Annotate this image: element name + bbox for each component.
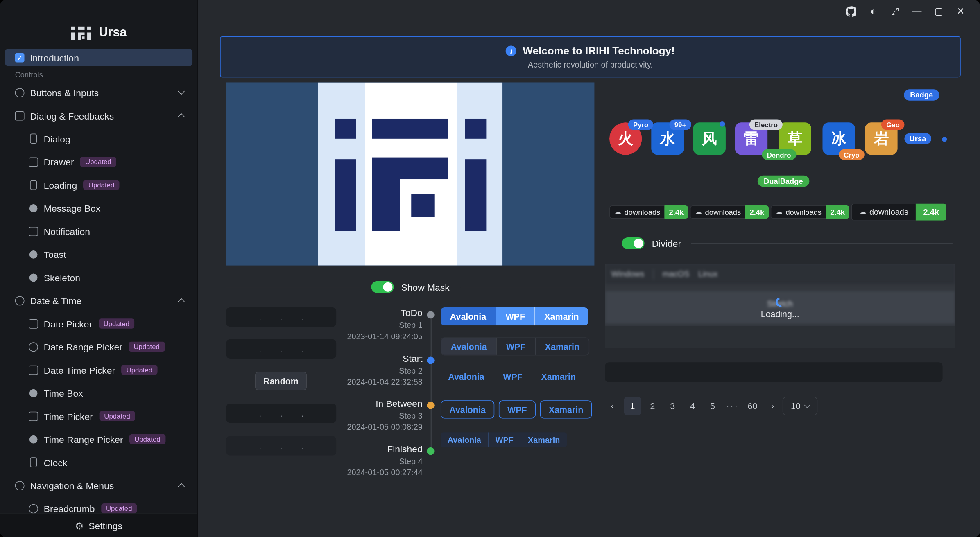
sidebar-item-drawer[interactable]: Drawer Updated [5,153,192,171]
dot-badge [720,121,725,127]
button-group-solid: Avalonia WPF Xamarin [441,307,588,325]
button-group-dark: Avalonia WPF Xamarin [441,337,590,355]
date-input[interactable]: . . . [226,404,336,423]
sidebar-item-introduction[interactable]: ✓ Introduction [5,49,192,66]
gear-icon: ⚙ [75,520,84,531]
cloud-download-icon: ☁ [776,208,783,216]
divider-label: Divider [652,238,681,248]
geo-badge: Geo [881,120,905,130]
wpf-button[interactable]: WPF [503,368,522,386]
sidebar-item-skeleton[interactable]: Skeleton [5,268,192,286]
sidebar-item-toast[interactable]: Toast [5,246,192,263]
wpf-button[interactable]: WPF [488,432,521,447]
info-icon: i [506,45,516,56]
next-page-button[interactable]: › [764,397,781,415]
settings-button[interactable]: ⚙ Settings [0,514,197,537]
tile-anemo: 风 [693,122,726,155]
date-input[interactable]: . . . [226,436,336,455]
electro-badge: Electro [749,120,783,130]
sidebar-item-dialog-feedbacks[interactable]: Dialog & Feedbacks [5,107,192,124]
close-button[interactable]: ✕ [955,5,966,18]
avalonia-button[interactable]: Avalonia [441,400,494,418]
irihi-logo-image [226,82,594,265]
sidebar-item-date-time[interactable]: Date & Time [5,292,192,309]
toast-icon [29,250,38,258]
sidebar-item-clock[interactable]: Clock [5,454,192,471]
sidebar-item-date-time-picker[interactable]: Date Time Picker Updated [5,361,192,379]
fullscreen-icon[interactable]: ⤢ [889,5,901,18]
page-size-select[interactable]: 10 [783,397,817,415]
date-time-icon [15,296,25,305]
downloads-badge: ☁downloads 2.4k [609,205,688,219]
cloud-download-icon: ☁ [695,208,702,216]
maximize-button[interactable]: ▢ [933,5,944,18]
welcome-banner: i Welcome to IRIHI Technology! Aesthetic… [220,36,961,78]
drawer-icon [29,157,38,167]
updated-badge: Updated [80,157,116,167]
xamarin-button[interactable]: Xamarin [534,307,588,325]
navigation-menus-icon [15,481,25,490]
page-button-1[interactable]: 1 [624,397,641,415]
sidebar-item-time-range-picker[interactable]: Time Range Picker Updated [5,431,192,448]
avalonia-button[interactable]: Avalonia [441,307,496,325]
prev-page-button[interactable]: ‹ [604,397,621,415]
dot-badge [942,137,947,142]
xamarin-button[interactable]: Xamarin [540,400,592,418]
downloads-badge: ☁downloads 2.4k [690,205,769,219]
timeline-dot-in-between [427,402,434,409]
badge-section-badge: Badge [904,89,939,100]
github-icon[interactable] [846,6,857,16]
xamarin-button[interactable]: Xamarin [535,338,589,355]
timeline-step-in-between: In Between Step 3 2024-01-05 00:08:29 [342,398,422,431]
theme-toggle-icon[interactable]: ◐ [867,5,878,18]
message-box-icon [29,204,38,212]
loading-overlay: Loading... [605,264,955,348]
sidebar-item-notification[interactable]: Notification [5,222,192,240]
ellipsis-icon[interactable]: ··· [724,397,741,415]
xamarin-button[interactable]: Xamarin [521,432,567,447]
page-button-5[interactable]: 5 [704,397,722,415]
chevron-up-icon [178,113,185,120]
wpf-button[interactable]: WPF [499,400,536,418]
wpf-button[interactable]: WPF [496,338,535,355]
page-button-60[interactable]: 60 [744,397,761,415]
avalonia-button[interactable]: Avalonia [441,432,488,447]
page-button-3[interactable]: 3 [664,397,681,415]
button-group-small: Avalonia WPF Xamarin [441,432,567,447]
cryo-badge: Cryo [839,149,865,160]
loading-panel: Windows macOS Linux Stretch Loading... [605,264,955,348]
sidebar-item-date-range-picker[interactable]: Date Range Picker Updated [5,338,192,356]
timeline-dot-finished [427,447,434,455]
sidebar-item-time-picker[interactable]: Time Picker Updated [5,407,192,425]
updated-badge: Updated [121,365,157,375]
divider-toggle[interactable] [622,237,645,249]
divider-line [461,287,594,287]
sidebar-item-dialog[interactable]: Dialog [5,130,192,147]
sidebar-item-date-picker[interactable]: Date Picker Updated [5,315,192,332]
timeline: ToDo Step 1 2023-01-14 09:24:05 Start St… [342,307,440,492]
minimize-button[interactable]: — [911,5,922,18]
sidebar-item-navigation-menus[interactable]: Navigation & Menus [5,476,192,494]
date-input[interactable]: . . . [226,339,336,359]
downloads-badge-large: ☁downloads 2.4k [851,204,947,221]
timeline-dot-start [427,356,434,364]
avalonia-button[interactable]: Avalonia [448,368,484,386]
page-button-2[interactable]: 2 [644,397,661,415]
ursa-logo-icon [71,24,91,40]
sidebar-item-loading[interactable]: Loading Updated [5,176,192,194]
page-button-4[interactable]: 4 [684,397,702,415]
timeline-dot-todo [427,311,434,318]
empty-field[interactable] [605,362,942,382]
sidebar-item-time-box[interactable]: Time Box [5,384,192,402]
divider-line [691,243,953,244]
show-mask-toggle[interactable] [371,281,394,293]
avalonia-button[interactable]: Avalonia [441,338,496,355]
sidebar-item-buttons-inputs[interactable]: Buttons & Inputs [5,84,192,102]
sidebar-item-message-box[interactable]: Message Box [5,199,192,217]
xamarin-button[interactable]: Xamarin [541,368,576,386]
random-button[interactable]: Random [255,372,307,390]
date-input[interactable]: . . . [226,307,336,327]
wpf-button[interactable]: WPF [496,307,534,325]
app-logo: Ursa [0,24,198,40]
loading-text: Loading... [761,309,799,319]
